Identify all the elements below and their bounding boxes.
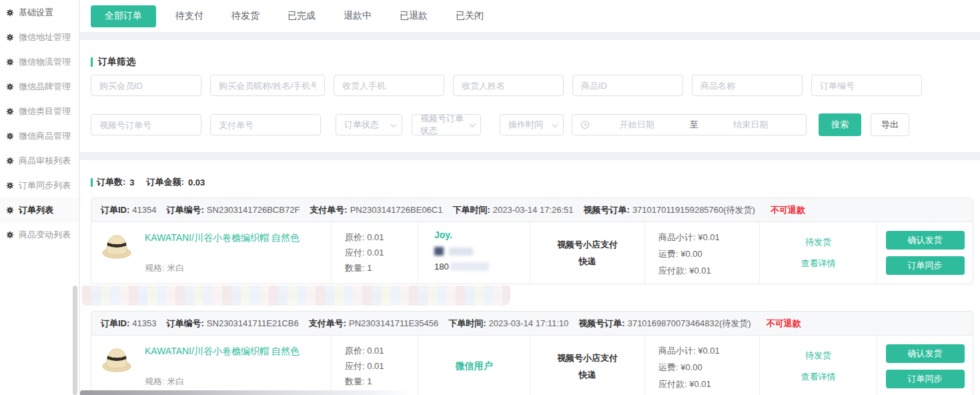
censored-customer-name (434, 247, 530, 256)
product-info: KAWATANI/川谷小卷檐编织帽 自然色 规格: 米白 (145, 231, 300, 277)
date-range-separator: 至 (684, 119, 704, 131)
order-header: 订单ID:41353 订单编号:SN2303141711E21CB6 支付单号:… (91, 312, 973, 336)
status-cell: 待发货 查看详情 (760, 336, 877, 395)
start-date-placeholder[interactable]: 开始日期 (590, 119, 684, 131)
product-info: KAWATANI/川谷小卷檐编织帽 自然色 规格: 米白 (145, 344, 300, 390)
totals-cell: 商品小计: ¥0.01 运费: ¥0.00 应付款: ¥0.01 (645, 222, 760, 284)
export-button[interactable]: 导出 (871, 113, 909, 136)
tab-refunded[interactable]: 已退款 (386, 10, 442, 22)
operation-time-select[interactable]: 操作时间 (500, 114, 564, 135)
sidebar-item-order-sync-list[interactable]: 订单同步列表 (0, 173, 79, 198)
order-card: 订单ID:41354 订单编号:SN2303141726BCB72F 支付单号:… (91, 198, 973, 284)
sidebar-item-product-change-list[interactable]: 商品变动列表 (0, 222, 79, 247)
customer-phone: 180 (434, 262, 530, 272)
sidebar-item-wechat-address[interactable]: 微信地址管理 (0, 25, 79, 49)
orders-count-value: 3 (129, 177, 134, 187)
order-sn-input[interactable] (811, 75, 922, 96)
section-accent-bar (91, 178, 93, 187)
product-name-input[interactable] (692, 75, 803, 96)
orders-panel: 订单数: 3 订单金额: 0.03 订单ID:41354 订单编号:SN2303… (80, 160, 980, 395)
order-sn: 订单编号:SN2303141726BCB72F (167, 204, 300, 216)
sidebar-item-wechat-logistics[interactable]: 微信物流管理 (0, 49, 79, 74)
sidebar-item-label: 订单列表 (19, 204, 53, 216)
tab-pending-payment[interactable]: 待支付 (161, 10, 217, 22)
payment-method: 视频号小店支付 (557, 236, 618, 253)
gear-icon (6, 206, 14, 214)
order-sync-button[interactable]: 订单同步 (886, 256, 965, 275)
tab-pending-shipment[interactable]: 待发货 (217, 10, 274, 22)
view-detail-link[interactable]: 查看详情 (801, 258, 836, 270)
censored-block (449, 248, 473, 256)
gear-icon (6, 9, 14, 17)
filter-section-title: 订单筛选 (80, 40, 980, 68)
end-date-placeholder[interactable]: 结束日期 (704, 119, 799, 131)
tab-closed[interactable]: 已关闭 (442, 10, 498, 22)
gear-icon (6, 181, 14, 189)
order-status-text: 待发货 (805, 350, 831, 362)
order-id: 订单ID:41354 (101, 204, 157, 216)
confirm-ship-button[interactable]: 确认发货 (886, 231, 965, 250)
date-range-picker[interactable]: 开始日期 至 结束日期 (572, 114, 807, 135)
sidebar-scrollbar[interactable] (73, 286, 77, 395)
view-detail-link[interactable]: 查看详情 (801, 371, 836, 383)
censored-phone (450, 262, 489, 271)
payment-sn: 支付单号:PN2303141711E35456 (309, 318, 439, 330)
payment-cell: 视频号小店支付 快递 (530, 336, 645, 395)
gear-icon (6, 58, 14, 66)
product-name-link[interactable]: KAWATANI/川谷小卷檐编织帽 自然色 (145, 232, 300, 244)
sidebar-item-wechat-product[interactable]: 微信商品管理 (0, 123, 79, 148)
channels-order-status-select-value: 视频号订单状态 (420, 113, 470, 137)
chevron-down-icon (470, 121, 476, 127)
product-id-input[interactable] (572, 75, 683, 96)
channels-order-no: 视频号订单:3710169870073464832(待发货) (578, 318, 751, 330)
order-body: KAWATANI/川谷小卷檐编织帽 自然色 规格: 米白 原价: 0.01 应付… (91, 222, 973, 284)
sidebar-item-label: 微信物流管理 (19, 56, 71, 68)
product-thumbnail-hat (101, 231, 133, 277)
product-spec: 规格: 米白 (145, 262, 300, 274)
delivery-method: 快递 (579, 366, 596, 383)
status-cell: 待发货 查看详情 (760, 222, 877, 284)
channels-order-status-select[interactable]: 视频号订单状态 (412, 114, 481, 135)
sidebar-item-label: 微信品牌管理 (19, 81, 71, 93)
buyer-nickname-input[interactable] (210, 75, 325, 96)
buyer-member-id-input[interactable] (91, 75, 201, 96)
gear-icon (6, 157, 14, 165)
channels-order-no-input[interactable] (91, 114, 201, 135)
tab-completed[interactable]: 已完成 (274, 10, 330, 22)
sidebar-item-order-list[interactable]: 订单列表 (0, 198, 79, 222)
tab-all-orders[interactable]: 全部订单 (91, 5, 156, 27)
customer-cell: Joy. 180 (418, 222, 530, 284)
censored-block (434, 247, 444, 256)
sidebar: 基础设置 微信地址管理 微信物流管理 微信品牌管理 微信类目管理 微信商品管理 … (0, 0, 79, 395)
order-body: KAWATANI/川谷小卷檐编织帽 自然色 规格: 米白 原价: 0.01 应付… (91, 336, 973, 395)
tab-refunding[interactable]: 退款中 (330, 10, 386, 22)
orders-count-label: 订单数: (97, 176, 125, 188)
confirm-ship-button[interactable]: 确认发货 (886, 344, 965, 363)
filter-title-text: 订单筛选 (98, 56, 135, 68)
product-cell: KAWATANI/川谷小卷檐编织帽 自然色 规格: 米白 (91, 336, 332, 395)
order-sync-button[interactable]: 订单同步 (886, 370, 965, 388)
totals-cell: 商品小计: ¥0.01 运费: ¥0.00 应付款: ¥0.01 (645, 336, 760, 395)
order-status-text: 待发货 (805, 236, 831, 248)
sidebar-item-label: 商品审核列表 (19, 155, 71, 167)
delivery-method: 快递 (579, 253, 596, 270)
order-status-tabbar: 全部订单 待支付 待发货 已完成 退款中 已退款 已关闭 (80, 0, 980, 32)
sidebar-item-basic-settings[interactable]: 基础设置 (0, 0, 79, 25)
sidebar-item-label: 微信地址管理 (19, 31, 71, 43)
order-status-select[interactable]: 订单状态 (336, 114, 402, 135)
payment-no-input[interactable] (210, 114, 321, 135)
search-button[interactable]: 搜索 (819, 113, 861, 136)
product-spec: 规格: 米白 (145, 376, 300, 388)
sidebar-item-wechat-category[interactable]: 微信类目管理 (0, 99, 79, 123)
receiver-name-input[interactable] (453, 75, 564, 96)
receiver-phone-input[interactable] (334, 75, 444, 96)
section-accent-bar (91, 57, 93, 67)
payment-sn: 支付单号:PN2303141726BE06C1 (310, 204, 442, 216)
customer-cell: 微信用户 (418, 336, 530, 395)
payment-cell: 视频号小店支付 快递 (530, 222, 645, 284)
product-name-link[interactable]: KAWATANI/川谷小卷檐编织帽 自然色 (145, 346, 300, 358)
sidebar-item-product-review-list[interactable]: 商品审核列表 (0, 148, 79, 173)
customer-nickname: Joy. (434, 230, 530, 240)
sidebar-item-wechat-brand[interactable]: 微信品牌管理 (0, 74, 79, 99)
orders-amount-label: 订单金额: (147, 176, 184, 188)
